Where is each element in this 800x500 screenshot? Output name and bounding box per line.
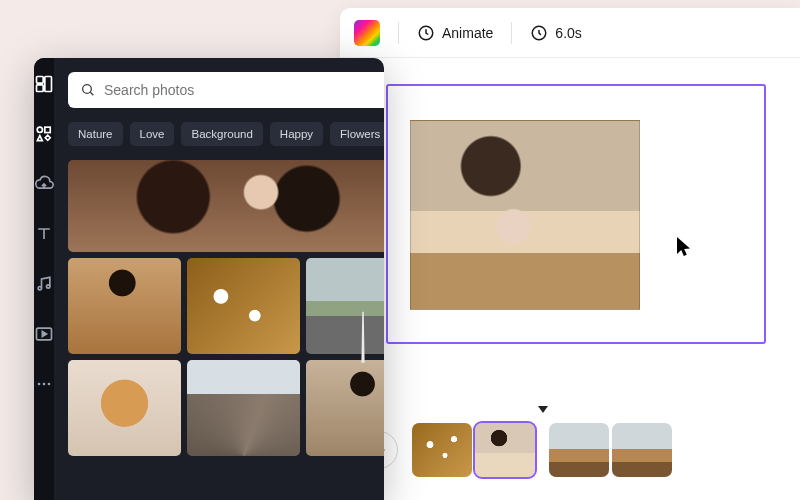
svg-rect-3 (45, 77, 52, 92)
color-picker-swatch[interactable] (354, 20, 380, 46)
svg-point-7 (38, 287, 41, 290)
filter-chip[interactable]: Love (130, 122, 175, 146)
search-input[interactable] (104, 82, 384, 98)
svg-point-13 (83, 85, 92, 94)
panel-body: Nature Love Background Happy Flowers (54, 58, 384, 500)
elements-icon[interactable] (34, 124, 54, 144)
photo-thumbnail[interactable] (68, 160, 384, 252)
divider (398, 22, 399, 44)
photo-panel: Nature Love Background Happy Flowers (34, 58, 384, 500)
photo-thumbnail[interactable] (306, 360, 384, 456)
placed-photo[interactable] (410, 120, 640, 310)
photo-thumbnail[interactable] (187, 360, 300, 456)
photo-grid (68, 160, 384, 456)
canvas-frame[interactable] (386, 84, 766, 344)
editor-window: Animate 6.0s (340, 8, 800, 500)
filter-chip[interactable]: Nature (68, 122, 123, 146)
timeline-clip[interactable] (612, 423, 672, 477)
text-icon[interactable] (34, 224, 54, 244)
templates-icon[interactable] (34, 74, 54, 94)
clock-icon (530, 24, 548, 42)
cursor-icon (676, 236, 694, 258)
timeline (340, 400, 800, 500)
photo-thumbnail[interactable] (68, 360, 181, 456)
photo-thumbnail[interactable] (187, 258, 300, 354)
search-box[interactable] (68, 72, 384, 108)
animate-label: Animate (442, 25, 493, 41)
timeline-clip[interactable] (475, 423, 535, 477)
photo-thumbnail[interactable] (306, 258, 384, 354)
canvas-area[interactable] (340, 58, 800, 400)
svg-rect-2 (37, 77, 44, 84)
clip-group-2 (549, 423, 672, 477)
svg-point-5 (37, 127, 42, 132)
filter-chip[interactable]: Flowers (330, 122, 384, 146)
audio-icon[interactable] (34, 274, 54, 294)
tool-rail (34, 58, 54, 500)
animate-button[interactable]: Animate (417, 24, 493, 42)
svg-point-8 (47, 285, 50, 288)
filter-chip[interactable]: Happy (270, 122, 323, 146)
svg-rect-4 (37, 85, 44, 92)
clip-group-1 (412, 423, 535, 477)
svg-rect-6 (45, 127, 50, 132)
timeline-clip[interactable] (549, 423, 609, 477)
svg-point-10 (38, 383, 41, 386)
animate-icon (417, 24, 435, 42)
filter-chip[interactable]: Background (181, 122, 262, 146)
timeline-clip[interactable] (412, 423, 472, 477)
divider (511, 22, 512, 44)
photo-thumbnail[interactable] (68, 258, 181, 354)
more-icon[interactable] (34, 374, 54, 394)
duration-label: 6.0s (555, 25, 581, 41)
svg-point-11 (43, 383, 46, 386)
search-icon (80, 82, 96, 98)
chip-row: Nature Love Background Happy Flowers (68, 122, 384, 146)
uploads-icon[interactable] (34, 174, 54, 194)
videos-icon[interactable] (34, 324, 54, 344)
editor-toolbar: Animate 6.0s (340, 8, 800, 58)
svg-point-12 (48, 383, 51, 386)
duration-button[interactable]: 6.0s (530, 24, 581, 42)
